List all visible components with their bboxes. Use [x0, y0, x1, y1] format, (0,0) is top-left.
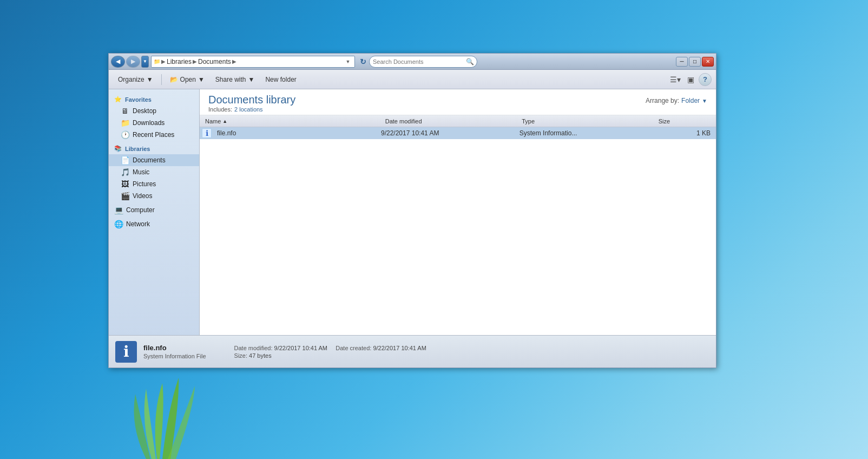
- arrange-dropdown-icon[interactable]: ▼: [702, 98, 707, 104]
- file-type: System Informatio...: [516, 129, 655, 137]
- col-header-date[interactable]: Date modified: [382, 117, 519, 126]
- recent-places-label: Recent Places: [133, 131, 174, 139]
- col-header-name[interactable]: Name ▲: [202, 117, 382, 126]
- sidebar-item-downloads[interactable]: 📁 Downloads: [109, 117, 199, 129]
- library-includes: Includes: 2 locations: [208, 106, 295, 113]
- status-bar: ℹ file.nfo System Information File Date …: [109, 335, 716, 368]
- includes-label: Includes:: [208, 106, 232, 113]
- status-info: file.nfo System Information File: [143, 344, 206, 359]
- search-bar: 🔍: [369, 56, 477, 68]
- breadcrumb-sep1: ▶: [161, 58, 166, 64]
- col-header-size[interactable]: Size: [655, 117, 714, 126]
- libraries-header[interactable]: 📚 Libraries: [109, 143, 199, 154]
- documents-label: Documents: [133, 156, 166, 164]
- close-button[interactable]: ✕: [702, 57, 714, 67]
- recent-places-icon: 🕐: [121, 130, 129, 139]
- status-dates: Date modified: 9/22/2017 10:41 AM Date c…: [234, 345, 426, 359]
- sidebar-item-network[interactable]: 🌐 Network: [109, 218, 199, 230]
- file-size: 1 KB: [655, 129, 714, 137]
- documents-icon: 📄: [121, 156, 129, 165]
- organize-button[interactable]: Organize ▼: [113, 72, 158, 87]
- videos-label: Videos: [133, 192, 152, 200]
- date-created-value: 9/22/2017 10:41 AM: [373, 345, 426, 351]
- sidebar: ⭐ Favorites 🖥 Desktop 📁 Downloads 🕐 Rece…: [109, 89, 200, 335]
- libraries-section: 📚 Libraries 📄 Documents 🎵 Music 🖼 Pictur…: [109, 143, 199, 202]
- maximize-button[interactable]: □: [689, 57, 701, 67]
- size-label: Size:: [234, 352, 247, 359]
- network-label: Network: [126, 220, 150, 228]
- organize-dropdown-icon: ▼: [147, 76, 153, 83]
- share-dropdown-icon: ▼: [248, 76, 255, 83]
- music-icon: 🎵: [121, 168, 129, 176]
- main-area: ⭐ Favorites 🖥 Desktop 📁 Downloads 🕐 Rece…: [109, 89, 716, 335]
- date-created-label: Date created:: [336, 345, 371, 351]
- title-bar: ◀ ▶ ▼ 📁 ▶ Libraries ▶ Documents ▶ ▼ ↻ 🔍 …: [109, 54, 716, 70]
- title-controls: ─ □ ✕: [676, 57, 714, 67]
- sidebar-item-music[interactable]: 🎵 Music: [109, 166, 199, 178]
- organize-label: Organize: [118, 76, 144, 83]
- downloads-icon: 📁: [121, 119, 129, 127]
- downloads-label: Downloads: [133, 119, 165, 127]
- locations-link[interactable]: 2 locations: [234, 106, 263, 113]
- back-button[interactable]: ◀: [111, 56, 125, 68]
- computer-section: 💻 Computer: [109, 204, 199, 216]
- favorites-label: Favorites: [125, 96, 152, 103]
- col-header-type[interactable]: Type: [518, 117, 655, 126]
- nav-buttons: ◀ ▶ ▼: [111, 56, 149, 68]
- sidebar-item-videos[interactable]: 🎬 Videos: [109, 190, 199, 202]
- favorites-icon: ⭐: [114, 96, 122, 103]
- view-options-button[interactable]: ☰▾: [668, 73, 682, 86]
- help-button[interactable]: ?: [699, 73, 712, 86]
- file-name: file.nfo: [214, 129, 239, 137]
- col-size-label: Size: [659, 118, 670, 124]
- toolbar-divider-1: [161, 74, 162, 85]
- file-list-header: Name ▲ Date modified Type Size: [200, 115, 716, 127]
- breadcrumb: 📁 ▶ Libraries ▶ Documents ▶: [154, 58, 341, 65]
- favorites-section: ⭐ Favorites 🖥 Desktop 📁 Downloads 🕐 Rece…: [109, 94, 199, 141]
- library-header: Documents library Includes: 2 locations …: [200, 89, 716, 115]
- explorer-window: ◀ ▶ ▼ 📁 ▶ Libraries ▶ Documents ▶ ▼ ↻ 🔍 …: [108, 53, 716, 368]
- preview-pane-button[interactable]: ▣: [683, 73, 698, 86]
- breadcrumb-documents[interactable]: Documents: [198, 58, 231, 65]
- address-dropdown-button[interactable]: ▼: [344, 56, 352, 67]
- minimize-button[interactable]: ─: [676, 57, 688, 67]
- sidebar-item-documents[interactable]: 📄 Documents: [109, 154, 199, 166]
- sidebar-item-pictures[interactable]: 🖼 Pictures: [109, 178, 199, 190]
- search-icon[interactable]: 🔍: [466, 58, 474, 65]
- pictures-icon: 🖼: [121, 180, 129, 188]
- sidebar-item-computer[interactable]: 💻 Computer: [109, 204, 199, 216]
- breadcrumb-libraries[interactable]: Libraries: [167, 58, 192, 65]
- libraries-icon: 📚: [114, 145, 122, 152]
- search-input[interactable]: [373, 58, 464, 65]
- sidebar-item-desktop[interactable]: 🖥 Desktop: [109, 105, 199, 117]
- videos-icon: 🎬: [121, 192, 129, 200]
- new-folder-button[interactable]: New folder: [260, 72, 301, 87]
- nav-dropdown-button[interactable]: ▼: [141, 56, 149, 68]
- favorites-header[interactable]: ⭐ Favorites: [109, 94, 199, 105]
- share-label: Share with: [215, 76, 246, 83]
- refresh-button[interactable]: ↻: [357, 56, 369, 68]
- status-date-modified: Date modified: 9/22/2017 10:41 AM Date c…: [234, 345, 426, 351]
- sidebar-item-recent-places[interactable]: 🕐 Recent Places: [109, 129, 199, 141]
- size-value: 47 bytes: [249, 352, 272, 359]
- toolbar: Organize ▼ 📂 Open ▼ Share with ▼ New fol…: [109, 70, 716, 89]
- open-button[interactable]: 📂 Open ▼: [165, 72, 209, 87]
- computer-icon: 💻: [114, 206, 123, 214]
- address-bar[interactable]: 📁 ▶ Libraries ▶ Documents ▶ ▼: [151, 56, 355, 68]
- music-label: Music: [133, 168, 149, 176]
- arrange-by-value[interactable]: Folder: [681, 97, 700, 104]
- date-modified-label: Date modified:: [234, 345, 273, 351]
- table-row[interactable]: ℹ file.nfo 9/22/2017 10:41 AM System Inf…: [200, 127, 716, 139]
- arrange-by-label: Arrange by:: [646, 97, 679, 104]
- desktop-icon: 🖥: [121, 107, 129, 115]
- forward-button[interactable]: ▶: [126, 56, 140, 68]
- col-type-label: Type: [522, 118, 535, 124]
- status-file-icon: ℹ: [115, 341, 137, 363]
- file-nfo-icon: ℹ: [202, 128, 212, 138]
- status-size-row: Size: 47 bytes: [234, 352, 426, 359]
- desktop-label: Desktop: [133, 107, 156, 115]
- share-with-button[interactable]: Share with ▼: [211, 72, 260, 87]
- network-icon: 🌐: [114, 220, 123, 228]
- date-modified-value: 9/22/2017 10:41 AM: [274, 345, 327, 351]
- open-label: Open: [180, 76, 196, 83]
